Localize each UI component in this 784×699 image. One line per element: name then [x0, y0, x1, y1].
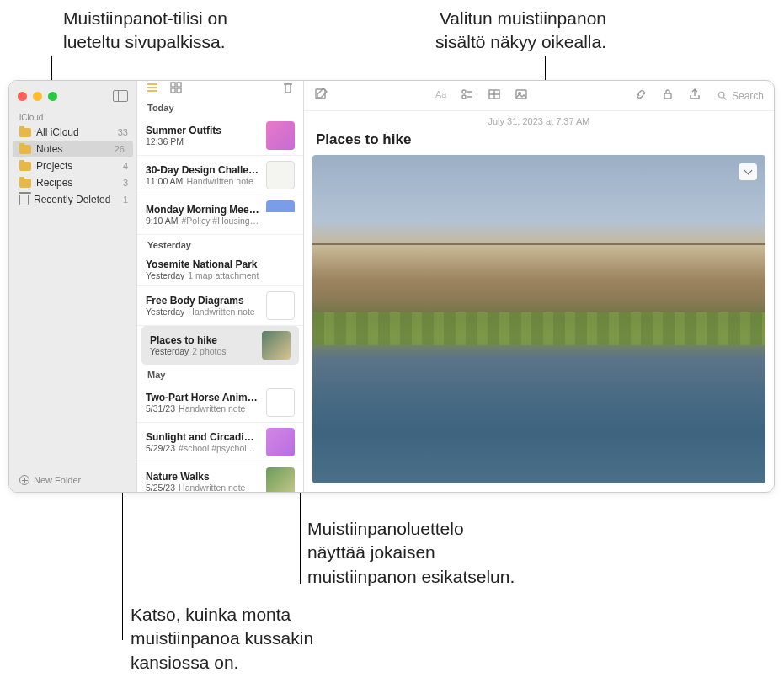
checklist-icon[interactable] — [461, 88, 474, 104]
callout-bottom-left: Katso, kuinka monta muistiinpanoa kussak… — [131, 603, 313, 675]
gallery-view-icon[interactable] — [169, 81, 183, 98]
note-sub: 2 photos — [192, 346, 226, 356]
note-list: Today Summer Outfits 12:36 PM 30-Day Des… — [137, 81, 304, 492]
sidebar-item-count: 33 — [118, 127, 128, 137]
note-time: 5/31/23 — [146, 403, 175, 414]
note-row[interactable]: 30-Day Design Challen… 11:00 AMHandwritt… — [137, 156, 303, 195]
note-sub: Handwritten note — [188, 307, 254, 317]
sidebar-section-header: iCloud — [9, 111, 136, 124]
note-time: Yesterday — [150, 346, 189, 356]
note-sub: 1 map attachment — [188, 270, 259, 280]
note-thumbnail — [266, 291, 295, 320]
close-window-button[interactable] — [18, 92, 27, 101]
svg-point-9 — [462, 90, 466, 93]
window-titlebar — [9, 81, 136, 111]
search-input[interactable]: Search — [717, 90, 764, 102]
note-row[interactable]: Summer Outfits 12:36 PM — [137, 116, 303, 156]
note-row[interactable]: Monday Morning Meeting 9:10 AM#Policy #H… — [137, 195, 303, 235]
note-sub: Handwritten note — [186, 176, 253, 186]
plus-circle-icon — [19, 475, 29, 485]
group-header-may: May — [137, 365, 303, 383]
note-thumbnail — [262, 331, 291, 360]
leader-line — [300, 487, 301, 584]
note-time: 5/25/23 — [146, 483, 175, 493]
toggle-sidebar-icon[interactable] — [113, 90, 128, 102]
note-image[interactable] — [312, 155, 765, 483]
sidebar-item-label: Recently Deleted — [34, 194, 110, 205]
sidebar-item-count: 3 — [123, 178, 128, 188]
compose-icon[interactable] — [314, 88, 328, 104]
note-title: Two-Part Horse Anima… — [146, 392, 259, 403]
notes-app-window: iCloud All iCloud 33 Notes 26 Projects 4… — [8, 80, 775, 493]
sidebar-item-projects[interactable]: Projects 4 — [9, 157, 136, 174]
note-title: Nature Walks — [146, 471, 259, 483]
table-icon[interactable] — [488, 88, 501, 104]
group-header-today: Today — [137, 98, 303, 116]
image-menu-chevron-icon[interactable] — [739, 163, 757, 180]
note-row[interactable]: Yosemite National Park Yesterday1 map at… — [137, 253, 303, 286]
folder-icon — [19, 145, 31, 154]
note-thumbnail — [266, 388, 295, 417]
note-thumbnail — [266, 467, 295, 493]
sidebar-item-recently-deleted[interactable]: Recently Deleted 1 — [9, 191, 136, 208]
note-thumbnail — [266, 200, 295, 229]
note-title: Free Body Diagrams — [146, 295, 259, 307]
note-row-selected[interactable]: Places to hike Yesterday2 photos — [141, 326, 299, 365]
note-title: Summer Outfits — [146, 125, 259, 136]
note-sub: #Policy #Housing… — [182, 216, 259, 226]
svg-rect-18 — [664, 93, 671, 99]
trash-icon — [19, 195, 29, 205]
note-time: 5/29/23 — [146, 443, 175, 453]
note-title: Yosemite National Park — [146, 259, 295, 270]
sidebar-item-notes[interactable]: Notes 26 — [13, 141, 133, 157]
callout-top-left: Muistiinpanot-tilisi on lueteltu sivupal… — [63, 7, 227, 55]
note-sub: Handwritten note — [179, 403, 245, 414]
sidebar-item-label: Recipes — [36, 177, 72, 189]
sidebar-item-recipes[interactable]: Recipes 3 — [9, 174, 136, 191]
svg-point-11 — [462, 95, 466, 99]
note-title: Sunlight and Circadian… — [146, 431, 259, 443]
svg-rect-5 — [171, 88, 175, 93]
svg-rect-6 — [177, 88, 181, 93]
note-title: 30-Day Design Challen… — [146, 164, 259, 176]
folder-icon — [19, 128, 31, 137]
note-time: Yesterday — [146, 270, 184, 280]
note-row[interactable]: Free Body Diagrams YesterdayHandwritten … — [137, 286, 303, 326]
note-row[interactable]: Two-Part Horse Anima… 5/31/23Handwritten… — [137, 383, 303, 423]
svg-text:Aa: Aa — [435, 89, 447, 99]
media-icon[interactable] — [515, 88, 528, 104]
callout-bottom-right: Muistiinpanoluettelo näyttää jokaisen mu… — [307, 517, 515, 589]
svg-rect-16 — [516, 90, 526, 99]
list-view-icon[interactable] — [146, 81, 159, 98]
note-date: July 31, 2023 at 7:37 AM — [304, 111, 774, 128]
sidebar-item-count: 26 — [115, 144, 125, 154]
svg-point-19 — [718, 92, 724, 98]
note-sub: Handwritten note — [179, 483, 245, 493]
new-folder-button[interactable]: New Folder — [9, 468, 136, 492]
link-icon[interactable] — [634, 88, 648, 104]
note-row[interactable]: Sunlight and Circadian… 5/29/23#school #… — [137, 423, 303, 462]
new-folder-label: New Folder — [34, 475, 81, 485]
content-toolbar: Aa Search — [304, 81, 774, 111]
note-heading[interactable]: Places to hike — [304, 128, 774, 155]
svg-line-20 — [723, 97, 726, 99]
zoom-window-button[interactable] — [48, 92, 57, 101]
minimize-window-button[interactable] — [33, 92, 42, 101]
note-title: Places to hike — [150, 334, 255, 346]
note-time: 9:10 AM — [146, 216, 179, 226]
sidebar-item-count: 1 — [123, 195, 128, 205]
note-thumbnail — [266, 161, 295, 189]
sidebar: iCloud All iCloud 33 Notes 26 Projects 4… — [9, 81, 137, 492]
sidebar-item-all-icloud[interactable]: All iCloud 33 — [9, 124, 136, 141]
share-icon[interactable] — [688, 88, 701, 104]
delete-note-icon[interactable] — [281, 81, 295, 98]
lock-icon[interactable] — [661, 88, 675, 104]
note-row[interactable]: Nature Walks 5/25/23Handwritten note — [137, 462, 303, 493]
note-time: 12:36 PM — [146, 136, 184, 147]
svg-rect-4 — [177, 83, 181, 87]
format-icon[interactable]: Aa — [434, 88, 447, 104]
note-title: Monday Morning Meeting — [146, 204, 259, 216]
note-thumbnail — [266, 428, 295, 456]
folder-icon — [19, 179, 31, 188]
folder-icon — [19, 162, 31, 171]
